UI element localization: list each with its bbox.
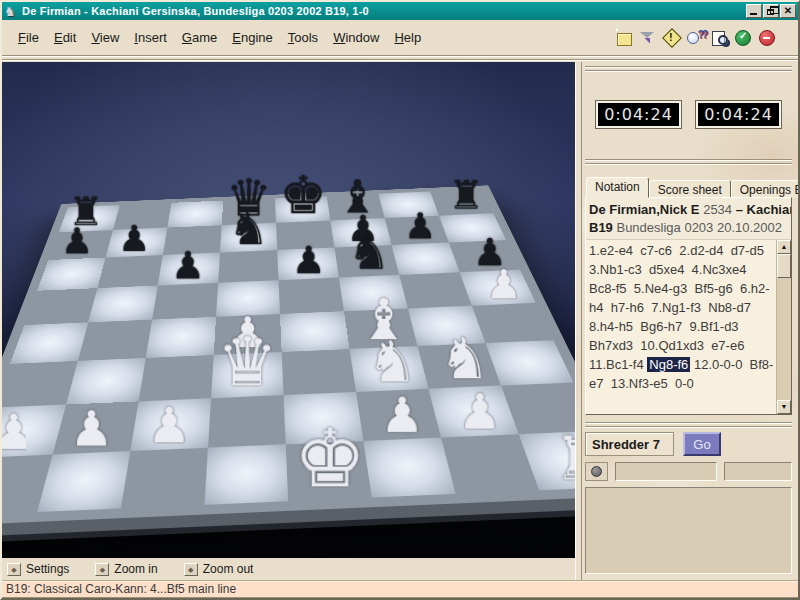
- chess-piece-wN-g3[interactable]: ♞: [439, 330, 490, 387]
- board-square-h8[interactable]: ♜: [430, 189, 493, 216]
- board-square-g5[interactable]: [399, 272, 472, 308]
- board-square-b7[interactable]: ♟: [106, 228, 168, 258]
- board-square-d3[interactable]: ♛: [211, 352, 283, 398]
- board-square-h5[interactable]: ♟: [460, 270, 536, 306]
- chess-piece-wN-f3[interactable]: ♞: [367, 334, 418, 391]
- board-square-b5[interactable]: [88, 286, 158, 323]
- board-square-g7[interactable]: ♟: [385, 216, 449, 245]
- engine-stop-icon[interactable]: [758, 29, 776, 46]
- board-square-a6[interactable]: [37, 258, 106, 291]
- board-square-h3[interactable]: [485, 340, 573, 385]
- board-square-g6[interactable]: [392, 243, 460, 275]
- scrollbar-track[interactable]: [777, 278, 791, 400]
- board-square-d2[interactable]: [208, 395, 286, 448]
- board-square-c3[interactable]: [139, 355, 214, 401]
- move-now-icon[interactable]: [662, 29, 680, 46]
- chess-piece-wQ-d3[interactable]: ♛: [217, 329, 278, 397]
- tab-openings-book[interactable]: Openings Book: [731, 180, 800, 198]
- chess-piece-wP-h5[interactable]: ♟: [486, 264, 522, 304]
- divider: [585, 65, 792, 73]
- chess-piece-bP-c6[interactable]: ♟: [171, 246, 205, 284]
- scroll-down-icon[interactable]: ▼: [777, 400, 791, 414]
- chess-piece-wP-g2[interactable]: ♟: [458, 387, 502, 436]
- chess-board[interactable]: ♜♛♚♝♜♟♟♞♟♟♟♟♞♟♟♟♝♛♞♞♟♟♟♟♟♜♚♜: [2, 185, 575, 526]
- board-square-e1[interactable]: ♚: [286, 441, 372, 501]
- menu-tools[interactable]: Tools: [284, 28, 322, 47]
- menu-file[interactable]: File: [14, 28, 43, 47]
- minimize-button[interactable]: [746, 4, 762, 18]
- board-square-b6[interactable]: [97, 255, 162, 288]
- chess-piece-bN-d7[interactable]: ♞: [229, 207, 269, 252]
- restore-button[interactable]: [763, 4, 779, 18]
- new-game-icon[interactable]: [614, 29, 632, 46]
- board-square-e4[interactable]: [280, 311, 350, 352]
- chess-piece-bK-e8[interactable]: ♚: [280, 169, 327, 222]
- tab-notation[interactable]: Notation: [586, 177, 649, 198]
- board-square-d1[interactable]: [205, 444, 289, 504]
- engine-on-icon[interactable]: [734, 29, 752, 46]
- board-square-c1[interactable]: [121, 448, 208, 509]
- board-square-b3[interactable]: [66, 358, 146, 405]
- go-button[interactable]: Go: [683, 432, 721, 456]
- board-square-b1[interactable]: [37, 451, 130, 512]
- close-button[interactable]: ✕: [780, 4, 796, 18]
- menu-game[interactable]: Game: [178, 28, 221, 47]
- board-square-e5[interactable]: [279, 278, 344, 314]
- board-square-g3[interactable]: ♞: [418, 343, 501, 389]
- chess-piece-wR-a1[interactable]: ♜: [2, 454, 22, 514]
- board-square-f1[interactable]: [363, 438, 455, 498]
- menu-engine[interactable]: Engine: [228, 28, 276, 47]
- board-square-d6[interactable]: [218, 250, 278, 283]
- move-list[interactable]: 1.e2-e4 c7-c6 2.d2-d4 d7-d5 3.Nb1-c3 d5x…: [586, 240, 776, 414]
- analyze-icon[interactable]: [710, 29, 728, 46]
- gadget-icon[interactable]: ◆: [184, 563, 198, 576]
- title-bar[interactable]: ♞ De Firmian - Kachiani Gersinska, Bunde…: [2, 2, 798, 20]
- scroll-up-icon[interactable]: ▲: [777, 240, 791, 254]
- board-square-f6[interactable]: ♞: [334, 245, 399, 278]
- scrollbar-thumb[interactable]: [777, 254, 791, 278]
- board-square-c2[interactable]: ♟: [130, 398, 211, 451]
- chess-piece-bP-b7[interactable]: ♟: [118, 220, 150, 256]
- board-square-a4[interactable]: [10, 322, 88, 363]
- board-square-c8[interactable]: [167, 201, 223, 228]
- board-square-e8[interactable]: ♚: [275, 196, 330, 223]
- chess-piece-bR-h8[interactable]: ♜: [449, 175, 484, 214]
- chess-piece-wR-h1[interactable]: ♜: [554, 428, 575, 488]
- menu-window[interactable]: Window: [329, 28, 383, 47]
- chess-piece-bP-a7[interactable]: ♟: [61, 223, 93, 259]
- gadget-icon[interactable]: ◆: [95, 563, 109, 576]
- chess-piece-bP-e6[interactable]: ♟: [292, 241, 326, 279]
- board-square-c5[interactable]: [152, 283, 218, 320]
- move-list-scrollbar[interactable]: ▲ ▼: [776, 240, 791, 414]
- side-to-move-icon[interactable]: [638, 29, 656, 46]
- board-square-a5[interactable]: [24, 288, 97, 325]
- chess-piece-wP-c2[interactable]: ♟: [147, 401, 191, 450]
- board-tool-zoom-in[interactable]: ◆Zoom in: [95, 562, 157, 576]
- chess-piece-bN-f6[interactable]: ♞: [348, 229, 390, 276]
- board-square-d7[interactable]: ♞: [220, 223, 277, 253]
- chess-piece-wK-e1[interactable]: ♚: [294, 418, 367, 499]
- board-square-e3[interactable]: [282, 349, 356, 395]
- board-square-f2[interactable]: ♟: [356, 389, 441, 441]
- board-square-c4[interactable]: [146, 317, 216, 358]
- menu-view[interactable]: View: [87, 28, 123, 47]
- menu-edit[interactable]: Edit: [50, 28, 80, 47]
- gadget-icon[interactable]: ◆: [7, 563, 21, 576]
- board-square-a7[interactable]: ♟: [48, 230, 113, 260]
- menu-help[interactable]: Help: [390, 28, 425, 47]
- board-square-c6[interactable]: ♟: [158, 253, 220, 286]
- board-tool-settings[interactable]: ◆Settings: [7, 562, 69, 576]
- board-square-b4[interactable]: [78, 320, 152, 361]
- chess-piece-bP-g7[interactable]: ♟: [404, 208, 436, 244]
- chess-piece-wP-f2[interactable]: ♟: [380, 391, 424, 440]
- chess-piece-wP-b2[interactable]: ♟: [70, 404, 114, 453]
- tab-score-sheet[interactable]: Score sheet: [649, 180, 731, 198]
- hint-icon[interactable]: [686, 29, 704, 46]
- board-tool-zoom-out[interactable]: ◆Zoom out: [184, 562, 254, 576]
- board-square-f3[interactable]: ♞: [350, 346, 429, 392]
- menu-insert[interactable]: Insert: [130, 28, 171, 47]
- board-square-e6[interactable]: ♟: [277, 248, 339, 281]
- current-move[interactable]: Ng8-f6: [647, 357, 690, 372]
- pane-splitter[interactable]: [575, 62, 582, 580]
- board-square-b2[interactable]: ♟: [53, 401, 139, 454]
